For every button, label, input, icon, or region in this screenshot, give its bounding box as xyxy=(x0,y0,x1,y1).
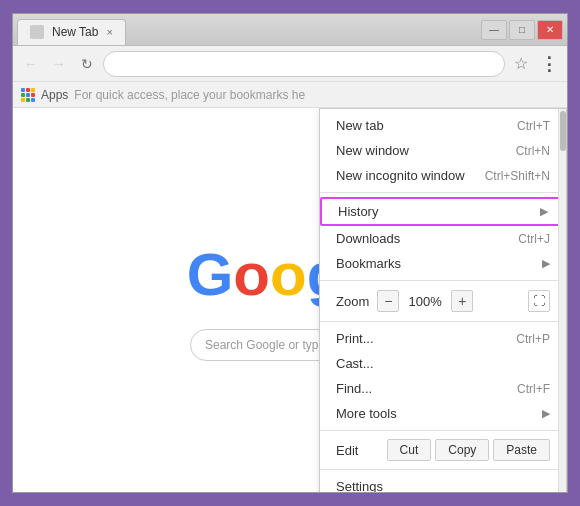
logo-g: G xyxy=(187,240,234,309)
cut-button[interactable]: Cut xyxy=(387,439,432,461)
menu-item-more-tools[interactable]: More tools ▶ xyxy=(320,401,566,426)
new-window-shortcut: Ctrl+N xyxy=(516,144,550,158)
tab-favicon xyxy=(30,25,44,39)
menu-item-new-window[interactable]: New window Ctrl+N xyxy=(320,138,566,163)
title-bar: New Tab × — □ ✕ xyxy=(13,14,567,46)
menu-item-history[interactable]: History ▶ xyxy=(320,197,566,226)
tab-title: New Tab xyxy=(52,25,98,39)
edit-label: Edit xyxy=(336,443,358,458)
apps-label[interactable]: Apps xyxy=(41,88,68,102)
new-window-label: New window xyxy=(336,143,409,158)
menu-item-cast[interactable]: Cast... xyxy=(320,351,566,376)
back-icon: ← xyxy=(24,56,38,72)
new-tab-shortcut: Ctrl+T xyxy=(517,119,550,133)
new-incognito-shortcut: Ctrl+Shift+N xyxy=(485,169,550,183)
find-shortcut: Ctrl+F xyxy=(517,382,550,396)
cast-label: Cast... xyxy=(336,356,374,371)
tab-close-button[interactable]: × xyxy=(106,26,112,38)
window-controls: — □ ✕ xyxy=(481,20,563,40)
back-button[interactable]: ← xyxy=(19,52,43,76)
logo-o1: o xyxy=(233,240,270,309)
reload-button[interactable]: ↻ xyxy=(75,52,99,76)
logo-o2: o xyxy=(270,240,307,309)
bookmark-star-button[interactable]: ☆ xyxy=(509,52,533,76)
minimize-button[interactable]: — xyxy=(481,20,507,40)
zoom-in-button[interactable]: + xyxy=(451,290,473,312)
address-bar[interactable] xyxy=(103,51,505,77)
zoom-row: Zoom − 100% + ⛶ xyxy=(320,285,566,317)
separator-1 xyxy=(320,192,566,193)
bookmarks-label: Bookmarks xyxy=(336,256,401,271)
bookmarks-arrow-icon: ▶ xyxy=(542,257,550,270)
toolbar: ← → ↻ ☆ ⋮ xyxy=(13,46,567,82)
scrollbar-thumb xyxy=(560,111,566,151)
separator-2 xyxy=(320,280,566,281)
print-shortcut: Ctrl+P xyxy=(516,332,550,346)
menu-item-new-tab[interactable]: New tab Ctrl+T xyxy=(320,113,566,138)
menu-item-find[interactable]: Find... Ctrl+F xyxy=(320,376,566,401)
main-content: G o o g l e Search Google or type U New … xyxy=(13,108,567,492)
paste-button[interactable]: Paste xyxy=(493,439,550,461)
menu-item-print[interactable]: Print... Ctrl+P xyxy=(320,326,566,351)
menu-item-settings[interactable]: Settings xyxy=(320,474,566,492)
browser-tab[interactable]: New Tab × xyxy=(17,19,126,45)
zoom-out-button[interactable]: − xyxy=(377,290,399,312)
menu-item-new-incognito[interactable]: New incognito window Ctrl+Shift+N xyxy=(320,163,566,188)
new-tab-label: New tab xyxy=(336,118,384,133)
fullscreen-icon: ⛶ xyxy=(533,294,545,308)
separator-5 xyxy=(320,469,566,470)
menu-item-bookmarks[interactable]: Bookmarks ▶ xyxy=(320,251,566,276)
new-incognito-label: New incognito window xyxy=(336,168,465,183)
copy-button[interactable]: Copy xyxy=(435,439,489,461)
maximize-button[interactable]: □ xyxy=(509,20,535,40)
menu-item-downloads[interactable]: Downloads Ctrl+J xyxy=(320,226,566,251)
menu-icon: ⋮ xyxy=(540,53,558,75)
separator-3 xyxy=(320,321,566,322)
history-label: History xyxy=(338,204,378,219)
history-arrow-icon: ▶ xyxy=(540,205,548,218)
close-button[interactable]: ✕ xyxy=(537,20,563,40)
more-tools-arrow-icon: ▶ xyxy=(542,407,550,420)
bookmarks-bar: Apps For quick access, place your bookma… xyxy=(13,82,567,108)
downloads-shortcut: Ctrl+J xyxy=(518,232,550,246)
downloads-label: Downloads xyxy=(336,231,400,246)
context-menu: New tab Ctrl+T New window Ctrl+N New inc… xyxy=(319,108,567,492)
fullscreen-button[interactable]: ⛶ xyxy=(528,290,550,312)
search-placeholder: Search Google or type U xyxy=(205,338,337,352)
edit-row: Edit Cut Copy Paste xyxy=(320,435,566,465)
zoom-label: Zoom xyxy=(336,294,369,309)
print-label: Print... xyxy=(336,331,374,346)
scrollbar[interactable] xyxy=(558,109,566,492)
bookmarks-hint: For quick access, place your bookmarks h… xyxy=(74,88,305,102)
forward-icon: → xyxy=(52,56,66,72)
separator-4 xyxy=(320,430,566,431)
browser-window: New Tab × — □ ✕ ← → ↻ ☆ ⋮ xyxy=(12,13,568,493)
more-tools-label: More tools xyxy=(336,406,397,421)
chrome-menu-button[interactable]: ⋮ xyxy=(537,52,561,76)
zoom-value: 100% xyxy=(407,294,443,309)
star-icon: ☆ xyxy=(514,54,528,73)
apps-icon xyxy=(21,88,35,102)
settings-label: Settings xyxy=(336,479,383,492)
find-label: Find... xyxy=(336,381,372,396)
reload-icon: ↻ xyxy=(81,56,93,72)
forward-button[interactable]: → xyxy=(47,52,71,76)
